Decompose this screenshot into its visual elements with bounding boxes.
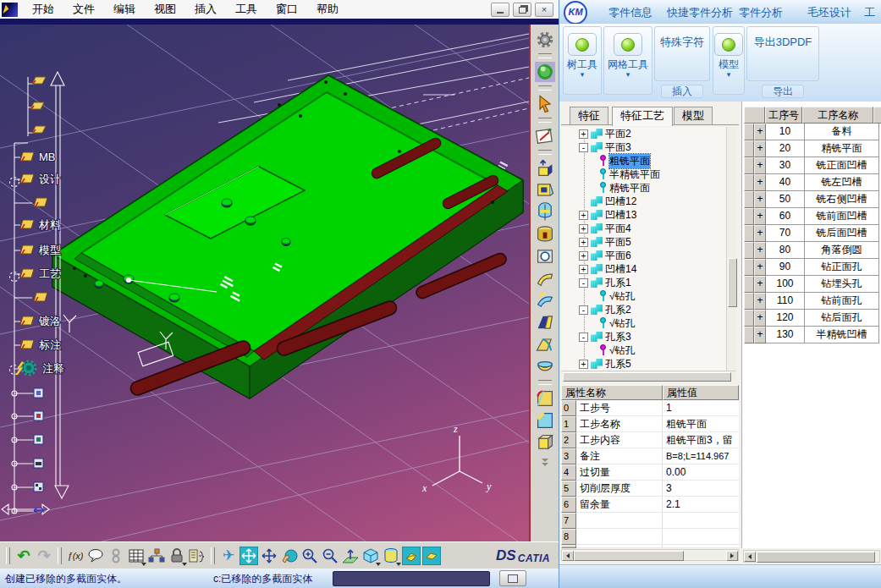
row-expander[interactable]: + bbox=[754, 174, 766, 191]
row-selector[interactable] bbox=[744, 276, 754, 293]
rib-icon[interactable] bbox=[535, 268, 555, 289]
fillet-icon[interactable] bbox=[535, 388, 555, 409]
tree-node[interactable]: +平面4 bbox=[561, 222, 726, 235]
prop-value[interactable] bbox=[663, 513, 739, 529]
spec-node-dimension[interactable]: 标注 bbox=[39, 338, 61, 351]
process-row[interactable]: +60铣前面凹槽 bbox=[744, 208, 881, 225]
shell-icon[interactable] bbox=[535, 356, 555, 376]
tree-node[interactable]: -孔系3 bbox=[561, 330, 726, 343]
tab-feature-process[interactable]: 特征工艺 bbox=[612, 107, 673, 126]
spec-node-process[interactable]: 工艺 bbox=[39, 267, 61, 280]
process-row[interactable]: +50铣右侧凹槽 bbox=[744, 191, 881, 208]
select-arrow-icon[interactable] bbox=[535, 94, 555, 114]
redo-button[interactable]: ↷ bbox=[34, 545, 54, 567]
restore-button[interactable] bbox=[513, 3, 531, 17]
comment-button[interactable] bbox=[85, 545, 106, 567]
hole-icon[interactable] bbox=[535, 246, 555, 267]
undo-button[interactable]: ↶ bbox=[14, 545, 34, 567]
property-row[interactable]: 7 bbox=[561, 513, 739, 529]
tab-quick-analysis[interactable]: 快捷零件分析 bbox=[667, 5, 733, 20]
prop-value[interactable]: 粗铣平面3，留 bbox=[663, 432, 739, 448]
tree-scroll-up-arrow[interactable] bbox=[51, 72, 64, 85]
zoom-in-button[interactable] bbox=[300, 545, 320, 567]
row-expander[interactable]: + bbox=[754, 327, 766, 343]
prop-value[interactable]: 3 bbox=[663, 481, 739, 497]
menu-view[interactable]: 视图 bbox=[145, 0, 185, 19]
export-3dpdf-button[interactable]: 导出3DPDF bbox=[746, 26, 819, 81]
scale-box-icon[interactable] bbox=[535, 432, 555, 453]
menu-help[interactable]: 帮助 bbox=[307, 0, 348, 19]
tree-vertical-scrollbar[interactable] bbox=[726, 127, 736, 371]
scroll-left-arrow[interactable] bbox=[562, 551, 574, 561]
tree-node[interactable]: 凹槽12 bbox=[561, 195, 726, 208]
prop-value[interactable]: 1 bbox=[663, 400, 739, 416]
prop-value[interactable]: B=8;L=114.967 bbox=[663, 448, 739, 464]
fit-all-button[interactable] bbox=[239, 545, 259, 567]
table-button[interactable] bbox=[126, 545, 146, 567]
tree-node[interactable]: √钻孔 bbox=[561, 289, 726, 303]
toolbar-drag-handle[interactable] bbox=[6, 547, 10, 564]
zoom-out-button[interactable] bbox=[320, 545, 340, 567]
model-button[interactable]: 模型 ▾ bbox=[713, 26, 745, 95]
row-expander[interactable]: + bbox=[754, 124, 766, 140]
loft-icon[interactable] bbox=[535, 312, 555, 332]
tree-node[interactable]: √钻孔 bbox=[561, 343, 726, 357]
expander[interactable]: - bbox=[579, 143, 588, 152]
render-shaded-button[interactable] bbox=[401, 545, 421, 567]
tree-node[interactable]: +孔系5 bbox=[561, 357, 726, 371]
tree-horizontal-scrollbar[interactable] bbox=[561, 371, 736, 382]
tree-node[interactable]: -平面3 bbox=[561, 140, 726, 154]
process-row[interactable]: +130半精铣凹槽 bbox=[744, 327, 881, 343]
lock-button[interactable] bbox=[167, 545, 187, 567]
menu-file[interactable]: 文件 bbox=[63, 0, 104, 19]
row-selector[interactable] bbox=[744, 174, 754, 191]
property-row[interactable]: 5切削层厚度3 bbox=[561, 481, 739, 497]
row-selector[interactable] bbox=[744, 140, 754, 157]
scroll-right-arrow[interactable] bbox=[726, 551, 738, 561]
spec-node-annotation[interactable]: 注释 bbox=[42, 362, 64, 375]
slot-icon[interactable] bbox=[535, 290, 555, 310]
render-style-button[interactable] bbox=[381, 545, 401, 567]
table-horizontal-scrollbar[interactable] bbox=[743, 550, 880, 563]
command-input[interactable] bbox=[333, 571, 490, 586]
tree-node[interactable]: +平面2 bbox=[561, 127, 726, 140]
process-row[interactable]: +100钻埋头孔 bbox=[744, 276, 881, 293]
pocket-icon[interactable] bbox=[535, 180, 555, 201]
render-wireframe-button[interactable] bbox=[421, 545, 442, 567]
draft-angle-icon[interactable] bbox=[535, 334, 555, 354]
row-expander[interactable]: + bbox=[754, 140, 766, 157]
gear-icon[interactable] bbox=[535, 30, 555, 50]
scrollbar-thumb[interactable] bbox=[757, 552, 875, 563]
sketch-icon[interactable] bbox=[535, 126, 555, 146]
fly-mode-button[interactable]: ✈ bbox=[218, 545, 239, 567]
status-tool-button[interactable] bbox=[499, 570, 526, 586]
tree-node[interactable]: +凹槽14 bbox=[561, 262, 726, 276]
prop-value[interactable]: 粗铣平面 bbox=[663, 416, 739, 432]
grid-tools-button[interactable]: 网格工具 ▾ bbox=[603, 26, 652, 95]
expander[interactable]: + bbox=[579, 129, 588, 139]
row-selector[interactable] bbox=[744, 208, 754, 225]
process-row[interactable]: +20精铣平面 bbox=[744, 140, 881, 157]
toolbar-drag-handle[interactable] bbox=[211, 547, 215, 564]
tab-part-analysis[interactable]: 零件分析 bbox=[739, 5, 783, 20]
formula-button[interactable]: ƒ(x) bbox=[65, 545, 85, 567]
spec-node-material[interactable]: 材料 bbox=[38, 218, 61, 231]
3d-viewport[interactable]: MB 设计 材料 模型 工艺 镀洛 标注 注释 z x y bbox=[0, 25, 529, 541]
property-row[interactable]: 0工步号1 bbox=[561, 400, 739, 416]
toolbar-drag-handle[interactable] bbox=[58, 547, 62, 564]
expander[interactable]: + bbox=[579, 265, 588, 274]
row-expander[interactable]: + bbox=[754, 259, 766, 276]
row-expander[interactable]: + bbox=[754, 242, 766, 259]
expander[interactable]: + bbox=[579, 238, 588, 247]
property-row[interactable]: 8 bbox=[561, 529, 739, 545]
process-row[interactable]: +70铣后面凹槽 bbox=[744, 225, 881, 242]
tree-tools-button[interactable]: 树工具 ▾ bbox=[563, 26, 602, 95]
expander[interactable]: + bbox=[579, 211, 588, 220]
cad-model[interactable] bbox=[52, 75, 523, 398]
property-row[interactable]: 4过切量0.00 bbox=[561, 464, 739, 481]
tree-node[interactable]: 精铣平面 bbox=[561, 181, 726, 195]
row-selector[interactable] bbox=[744, 259, 754, 276]
pan-button[interactable] bbox=[259, 545, 279, 567]
row-selector[interactable] bbox=[744, 225, 754, 242]
expander[interactable]: + bbox=[579, 360, 588, 369]
